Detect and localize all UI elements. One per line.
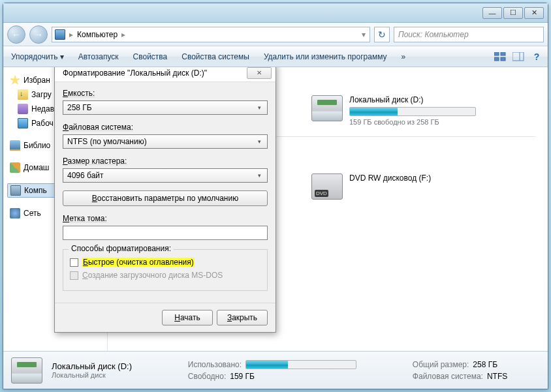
dialog-footer: Начать Закрыть	[63, 310, 268, 328]
volume-label-label: Метка тома:	[63, 214, 268, 223]
maximize-button[interactable]: ☐	[503, 7, 523, 19]
start-button[interactable]: Начать	[162, 310, 213, 325]
star-icon	[10, 75, 20, 85]
back-button[interactable]: ←	[7, 25, 25, 44]
computer-icon	[55, 29, 65, 40]
downloads-icon	[18, 89, 28, 100]
dialog-titlebar[interactable]: Форматирование "Локальный диск (D:)" ✕	[55, 67, 276, 82]
dvd-drive-icon	[311, 173, 343, 200]
quick-format-checkbox[interactable]	[70, 258, 78, 267]
address-breadcrumb[interactable]: ▸ Компьютер ▸ ▾	[52, 27, 370, 42]
explorer-window: — ☐ ✕ ← → ▸ Компьютер ▸ ▾ ↻ Поиск: Компь…	[3, 3, 548, 389]
sidebar-label: Рабоч	[31, 119, 54, 128]
capacity-select[interactable]: 258 ГБ ▾	[63, 100, 268, 115]
computer-icon	[10, 185, 21, 196]
toolbar-right-icons: ?	[494, 52, 543, 62]
uninstall-programs-button[interactable]: Удалить или изменить программу	[261, 51, 390, 63]
main-area: Избран Загру Недав Рабоч Библи	[3, 67, 548, 351]
close-button[interactable]: Закрыть	[217, 310, 268, 325]
view-icon[interactable]	[494, 52, 506, 62]
msdos-boot-label: Создание загрузочного диска MS-DOS	[82, 271, 223, 280]
forward-button[interactable]: →	[29, 25, 48, 44]
recent-icon	[18, 104, 28, 114]
address-dropdown-icon[interactable]: ▾	[360, 30, 367, 39]
hard-drive-icon	[11, 357, 42, 384]
volume-label-input[interactable]	[63, 226, 268, 240]
search-placeholder: Поиск: Компьютер	[398, 30, 469, 39]
free-label: Свободно:	[188, 372, 227, 381]
sidebar-label: Избран	[24, 76, 50, 85]
free-value: 159 ГБ	[230, 372, 255, 381]
cluster-select[interactable]: 4096 байт ▾	[63, 168, 268, 183]
sidebar-label: Загру	[31, 90, 52, 99]
format-dialog: Форматирование "Локальный диск (D:)" ✕ Е…	[54, 67, 276, 333]
restore-defaults-button[interactable]: Восстановить параметры по умолчанию	[63, 190, 268, 206]
properties-button[interactable]: Свойства	[131, 51, 170, 63]
help-icon[interactable]: ?	[531, 52, 543, 62]
drive-free-text: 159 ГБ свободно из 258 ГБ	[349, 118, 476, 126]
filesystem-value: NTFS (по умолчанию)	[67, 137, 147, 146]
breadcrumb-item[interactable]: Компьютер	[77, 30, 118, 39]
msdos-boot-row: Создание загрузочного диска MS-DOS	[70, 271, 260, 280]
preview-pane-icon[interactable]	[512, 52, 524, 62]
network-icon	[10, 208, 20, 219]
autoplay-button[interactable]: Автозапуск	[76, 51, 121, 63]
sidebar-label: Домаш	[24, 163, 50, 172]
details-type: Локальный диск	[52, 371, 165, 379]
capacity-label: Емкость:	[63, 89, 268, 98]
cluster-value: 4096 байт	[67, 171, 104, 180]
drive-local-d[interactable]: Локальный диск (D:) 159 ГБ свободно из 2…	[309, 93, 479, 143]
dialog-title-text: Форматирование "Локальный диск (D:)"	[63, 68, 207, 78]
filesystem-label: Файловая система:	[63, 123, 268, 132]
total-value: 258 ГБ	[473, 360, 497, 369]
svg-rect-4	[512, 52, 524, 61]
dialog-close-button[interactable]: ✕	[247, 67, 272, 79]
navigation-bar: ← → ▸ Компьютер ▸ ▾ ↻ Поиск: Компьютер	[3, 23, 548, 46]
sidebar-label: Библио	[24, 141, 50, 150]
window-controls: — ☐ ✕	[482, 7, 544, 19]
quick-format-label: Быстрое (очистка оглавления)	[82, 258, 195, 267]
drive-label: Локальный диск (D:)	[349, 95, 476, 104]
dropdown-arrow-icon: ▾	[254, 138, 264, 145]
svg-rect-0	[494, 52, 499, 55]
dialog-body: Емкость: 258 ГБ ▾ Файловая система: NTFS…	[55, 82, 276, 332]
drive-usage-bar	[349, 107, 476, 116]
homegroup-icon	[10, 162, 20, 173]
drive-dvd-f[interactable]: DVD RW дисковод (F:)	[309, 171, 479, 202]
refresh-button[interactable]: ↻	[374, 27, 390, 42]
drive-label: DVD RW дисковод (F:)	[349, 173, 476, 183]
format-options-fieldset: Способы форматирования: Быстрое (очистка…	[63, 249, 268, 291]
libraries-icon	[10, 140, 20, 151]
fs-label: Файловая система:	[413, 372, 483, 381]
used-bar	[245, 360, 356, 369]
fs-value: NTFS	[487, 372, 507, 381]
system-properties-button[interactable]: Свойства системы	[179, 51, 252, 63]
titlebar: — ☐ ✕	[3, 3, 548, 23]
quick-format-row[interactable]: Быстрое (очистка оглавления)	[70, 258, 260, 267]
total-label: Общий размер:	[413, 360, 469, 369]
sidebar-label: Сеть	[24, 209, 41, 218]
used-label: Использовано:	[188, 360, 242, 369]
cluster-label: Размер кластера:	[63, 157, 268, 166]
sidebar-label: Компь	[24, 186, 47, 195]
filesystem-select[interactable]: NTFS (по умолчанию) ▾	[63, 134, 268, 149]
svg-rect-2	[501, 52, 505, 55]
search-input[interactable]: Поиск: Компьютер	[394, 27, 544, 42]
toolbar-more-button[interactable]: »	[399, 51, 409, 63]
details-panel: Локальный диск (D:) Локальный диск Испол…	[3, 351, 548, 389]
minimize-button[interactable]: —	[482, 7, 502, 19]
capacity-value: 258 ГБ	[67, 103, 92, 112]
toolbar: Упорядочить ▾ Автозапуск Свойства Свойст…	[3, 46, 548, 67]
desktop-icon	[18, 118, 28, 128]
close-window-button[interactable]: ✕	[524, 7, 544, 19]
breadcrumb-arrow-icon: ▸	[120, 30, 127, 39]
dropdown-arrow-icon: ▾	[254, 104, 264, 111]
breadcrumb-arrow-icon: ▸	[68, 30, 74, 39]
organize-menu[interactable]: Упорядочить ▾	[8, 51, 67, 63]
format-options-legend: Способы форматирования:	[69, 244, 174, 253]
svg-rect-3	[501, 57, 505, 61]
msdos-boot-checkbox	[70, 271, 78, 280]
hard-drive-icon	[311, 95, 343, 121]
dropdown-arrow-icon: ▾	[254, 172, 264, 179]
details-name: Локальный диск (D:)	[52, 361, 165, 371]
